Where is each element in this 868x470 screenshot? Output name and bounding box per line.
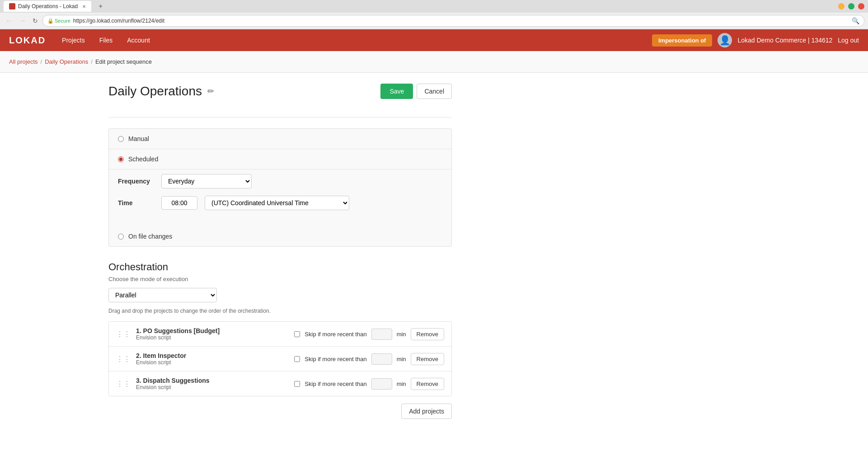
cancel-button[interactable]: Cancel (417, 84, 452, 99)
project-number-1: 2. (136, 352, 141, 359)
tab-close-icon[interactable]: ✕ (82, 4, 86, 9)
page-content: All projects / Daily Operations / Edit p… (0, 51, 868, 470)
tab-favicon (9, 3, 15, 9)
logout-link[interactable]: Log out (838, 37, 859, 44)
frequency-row: Frequency Everyday Weekly Monthly (118, 174, 442, 188)
drag-hint: Drag and drop the projects to change the… (108, 308, 452, 314)
project-type-2: Envision script (136, 384, 294, 390)
refresh-button[interactable]: ↻ (31, 16, 40, 25)
time-row: Time (UTC) Coordinated Universal Time (U… (118, 196, 442, 210)
add-projects-button[interactable]: Add projects (401, 404, 452, 419)
breadcrumb-current: Edit project sequence (95, 58, 152, 65)
project-name-1: 2. Item Inspector (136, 352, 294, 359)
close-button[interactable] (858, 3, 864, 9)
skip-label-2: Skip if more recent than (305, 381, 366, 387)
project-number-0: 1. (136, 327, 141, 334)
skip-checkbox-0[interactable] (294, 331, 300, 337)
browser-chrome: Daily Operations - Lokad ✕ + ← → ↻ 🔒 Sec… (0, 0, 868, 29)
header-actions: Save Cancel (380, 84, 452, 99)
skip-input-0[interactable] (371, 329, 392, 340)
project-actions-2: Skip if more recent than min Remove (294, 378, 444, 390)
address-bar[interactable]: 🔒 Secure https://go.lokad.com/runflow/21… (42, 15, 864, 27)
skip-checkbox-1[interactable] (294, 356, 300, 362)
window-controls (838, 3, 864, 9)
remove-button-1[interactable]: Remove (411, 353, 444, 365)
skip-input-2[interactable] (371, 378, 392, 390)
project-info-2: 3. Dispatch Suggestions Envision script (136, 377, 294, 390)
header-divider (108, 117, 452, 118)
project-number-2: 3. (136, 377, 141, 384)
skip-input-1[interactable] (371, 353, 392, 365)
user-avatar: 👤 (718, 33, 732, 47)
nav-account[interactable]: Account (120, 29, 157, 51)
skip-label-1: Skip if more recent than (305, 356, 366, 362)
file-changes-label[interactable]: On file changes (128, 233, 172, 240)
manual-label[interactable]: Manual (128, 135, 149, 142)
table-row: ⋮⋮ 1. PO Suggestions [Budget] Envision s… (109, 322, 451, 347)
nav-projects[interactable]: Projects (55, 29, 92, 51)
nav-files[interactable]: Files (92, 29, 120, 51)
avatar-icon: 👤 (719, 35, 731, 46)
project-type-1: Envision script (136, 359, 294, 366)
project-list: ⋮⋮ 1. PO Suggestions [Budget] Envision s… (108, 321, 452, 396)
new-tab-button[interactable]: + (95, 0, 106, 12)
project-title-1: Item Inspector (143, 352, 187, 359)
breadcrumb-all-projects[interactable]: All projects (9, 58, 38, 65)
breadcrumb-sep-1: / (41, 58, 42, 65)
schedule-box: Manual Scheduled Frequency Everyday Week… (108, 128, 452, 247)
forward-button[interactable]: → (17, 16, 28, 26)
orchestration-title: Orchestration (108, 261, 452, 273)
impersonation-button[interactable]: Impersonation of (652, 34, 712, 47)
time-input[interactable] (161, 196, 197, 210)
project-title-2: Dispatch Suggestions (143, 377, 210, 384)
schedule-option-file-changes: On file changes (109, 226, 451, 246)
project-info-1: 2. Item Inspector Envision script (136, 352, 294, 366)
manual-radio[interactable] (118, 136, 124, 142)
minimize-button[interactable] (838, 3, 845, 9)
secure-label: Secure (55, 18, 70, 24)
drag-handle-icon[interactable]: ⋮⋮ (116, 380, 131, 388)
page-title: Daily Operations (108, 84, 202, 99)
scheduled-label[interactable]: Scheduled (128, 155, 158, 163)
tab-title: Daily Operations - Lokad (18, 3, 78, 9)
table-row: ⋮⋮ 2. Item Inspector Envision script Ski… (109, 347, 451, 371)
drag-handle-icon[interactable]: ⋮⋮ (116, 330, 131, 338)
orchestration-sub: Choose the mode of execution (108, 276, 452, 282)
search-icon: 🔍 (852, 17, 859, 24)
skip-checkbox-2[interactable] (294, 381, 300, 387)
min-label-0: min (397, 331, 406, 338)
browser-tab[interactable]: Daily Operations - Lokad ✕ (4, 1, 91, 12)
app-navbar: LOKAD Projects Files Account Impersonati… (0, 29, 868, 51)
drag-handle-icon[interactable]: ⋮⋮ (116, 355, 131, 363)
footer-actions: Add projects (108, 404, 452, 433)
user-info: Lokad Demo Commerce | 134612 (737, 37, 832, 44)
maximize-button[interactable] (848, 3, 854, 9)
browser-titlebar: Daily Operations - Lokad ✕ + (0, 0, 868, 13)
time-label: Time (118, 199, 154, 207)
frequency-label: Frequency (118, 178, 154, 185)
lock-icon: 🔒 (47, 18, 54, 24)
remove-button-0[interactable]: Remove (411, 328, 444, 340)
min-label-2: min (397, 381, 406, 387)
breadcrumb: All projects / Daily Operations / Edit p… (0, 51, 868, 73)
main-content: Daily Operations ✏ Save Cancel Manual Sc… (0, 73, 560, 444)
min-label-1: min (397, 356, 406, 362)
secure-badge: 🔒 Secure (47, 18, 70, 24)
mode-select[interactable]: Parallel Sequential (108, 288, 217, 302)
file-changes-radio[interactable] (118, 234, 124, 240)
scheduled-radio[interactable] (118, 156, 124, 162)
remove-button-2[interactable]: Remove (411, 378, 444, 390)
page-title-area: Daily Operations ✏ (108, 84, 214, 99)
back-button[interactable]: ← (4, 16, 14, 26)
project-name-2: 3. Dispatch Suggestions (136, 377, 294, 384)
schedule-option-manual: Manual (109, 129, 451, 149)
schedule-fields: Frequency Everyday Weekly Monthly Time (… (109, 169, 451, 226)
save-button[interactable]: Save (380, 84, 413, 99)
page-header: Daily Operations ✏ Save Cancel (108, 84, 452, 106)
edit-icon[interactable]: ✏ (207, 86, 214, 96)
frequency-select[interactable]: Everyday Weekly Monthly (161, 174, 252, 188)
breadcrumb-sep-2: / (91, 58, 93, 65)
project-actions-1: Skip if more recent than min Remove (294, 353, 444, 365)
breadcrumb-project[interactable]: Daily Operations (45, 58, 88, 65)
timezone-select[interactable]: (UTC) Coordinated Universal Time (UTC+01… (205, 196, 349, 210)
